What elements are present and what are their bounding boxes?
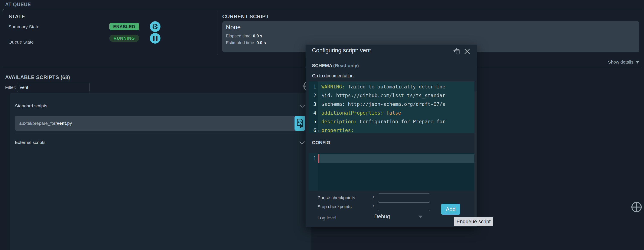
schema-editor[interactable]: 123456▾ WARNING: failed to automatically…: [308, 81, 474, 133]
config-editor[interactable]: 1: [308, 153, 474, 191]
pause-regex-hint: .*: [371, 195, 374, 200]
external-scripts-group[interactable]: External scripts: [15, 140, 46, 145]
schema-heading: SCHEMA (Read only): [312, 63, 359, 68]
active-line-highlight: [318, 154, 474, 163]
available-scripts-title: AVAILABLE SCRIPTS (68): [5, 74, 70, 80]
line-number: 4: [308, 109, 318, 117]
gear-icon: ⚙: [152, 23, 158, 30]
pause-icon: [153, 36, 158, 41]
stop-regex-hint: .*: [371, 204, 374, 209]
standard-scripts-group[interactable]: Standard scripts: [15, 103, 47, 109]
copy-config-icon: [453, 47, 461, 56]
modal-controls: Pause checkpoints .* Stop checkpoints .*…: [318, 193, 467, 225]
script-path-suffix: .py: [66, 121, 72, 126]
filter-input[interactable]: [17, 83, 90, 92]
documentation-link[interactable]: Go to documentation: [312, 73, 354, 78]
schema-heading-label: SCHEMA: [312, 63, 332, 68]
code-line: $id: https://github.com/lsst-ts/ts_stand…: [321, 91, 474, 100]
summary-state-badge: ENABLED: [109, 23, 139, 30]
code-line: additionalProperties: false: [321, 109, 474, 117]
script-path-prefix: auxtel/prepare_for/: [19, 121, 57, 126]
script-path: auxtel/prepare_for/vent.py: [15, 121, 72, 126]
pause-checkpoints-input[interactable]: [378, 193, 430, 202]
code-line: WARNING: failed to automatically determi…: [321, 83, 474, 91]
scripts-list-panel: Standard scripts auxtel/prepare_for/vent…: [10, 93, 311, 250]
configure-script-modal: Configuring script: vent SCHEMA (Read on…: [306, 45, 477, 227]
modal-scrollbar[interactable]: [474, 91, 477, 225]
queue-state-badge: RUNNING: [109, 35, 139, 42]
show-details-label: Show details: [608, 60, 633, 65]
dropdown-caret-icon: [418, 216, 422, 218]
fold-caret-icon[interactable]: ▾: [318, 126, 319, 133]
queue-state-label: Queue State: [8, 39, 34, 45]
log-level-label: Log level: [318, 215, 336, 221]
show-details-toggle[interactable]: Show details: [608, 60, 639, 65]
modal-title: Configuring script: vent: [312, 47, 371, 54]
schema-gutter: 123456▾: [308, 81, 318, 133]
summary-state-label: Summary State: [8, 24, 40, 29]
config-gutter: 1: [308, 153, 318, 191]
state-section-title: STATE: [8, 14, 25, 19]
stop-checkpoints-label: Stop checkpoints: [318, 204, 352, 209]
queue-pause-button[interactable]: [150, 33, 160, 44]
panel-crosshair-icon[interactable]: [631, 201, 642, 213]
elapsed-time-value: 0.0 s: [253, 34, 262, 38]
close-icon: [464, 48, 470, 55]
summary-state-command-button[interactable]: ⚙: [150, 21, 160, 32]
script-path-match: vent: [57, 121, 66, 126]
pause-checkpoints-label: Pause checkpoints: [318, 195, 355, 200]
chevron-down-icon[interactable]: [299, 105, 305, 108]
enqueue-script-tooltip: Enqueue script: [454, 217, 493, 226]
elapsed-time: Elapsed time: 0.0 s: [226, 34, 262, 38]
schema-readonly-label: (Read only): [333, 63, 359, 68]
panel-top-border: [2, 9, 642, 15]
filter-label: Filter:: [5, 85, 16, 90]
at-queue-view: AT QUEUE STATE Summary State ENABLED ⚙ Q…: [0, 0, 644, 250]
launch-script-icon: [294, 116, 305, 131]
group-divider: [15, 134, 305, 134]
add-button[interactable]: Add: [441, 204, 460, 215]
line-number: 1: [308, 83, 318, 91]
config-heading: CONFIG: [312, 140, 330, 145]
close-modal-button[interactable]: [463, 48, 471, 55]
elapsed-time-label: Elapsed time:: [226, 34, 252, 38]
log-level-select[interactable]: Debug: [374, 213, 390, 220]
stop-checkpoints-input[interactable]: [378, 202, 430, 211]
estimated-time-label: Estimated time:: [226, 40, 255, 45]
chevron-down-icon[interactable]: [299, 141, 305, 144]
configure-script-button[interactable]: [294, 116, 305, 131]
show-details-caret-icon: [636, 61, 639, 64]
line-number: 2: [308, 91, 318, 100]
text-cursor: [318, 154, 319, 163]
section-divider-vertical: [218, 11, 218, 55]
script-row[interactable]: auxtel/prepare_for/vent.py: [15, 116, 305, 131]
line-number: 6▾: [308, 126, 318, 133]
estimated-time: Estimated time: 0.0 s: [226, 40, 266, 45]
current-script-name: None: [226, 24, 240, 31]
page-title: AT QUEUE: [5, 2, 31, 7]
code-line: description: Configuration for Prepare f…: [321, 117, 474, 126]
schema-code: WARNING: failed to automatically determi…: [318, 81, 474, 133]
code-line: properties:: [321, 126, 474, 133]
line-number: 5: [308, 117, 318, 126]
estimated-time-value: 0.0 s: [256, 40, 266, 45]
copy-last-config-button[interactable]: [453, 47, 461, 56]
line-number: 3: [308, 100, 318, 109]
code-line: $schema: http://json-schema.org/draft-07…: [321, 100, 474, 109]
current-script-title: CURRENT SCRIPT: [222, 14, 269, 19]
line-number: 1: [308, 154, 318, 163]
